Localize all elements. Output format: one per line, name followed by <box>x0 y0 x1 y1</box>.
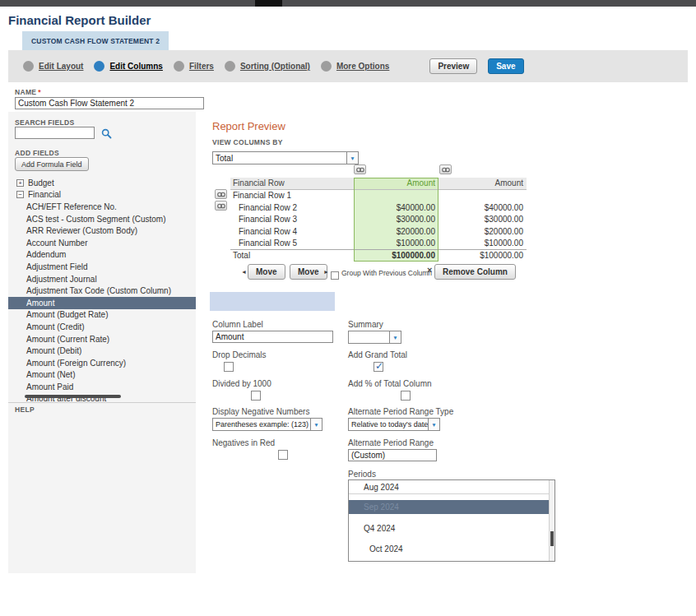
cell: $40000.00 <box>354 201 438 214</box>
divided-by-1000-checkbox[interactable] <box>251 391 261 401</box>
link-column-button[interactable] <box>354 164 366 174</box>
period-option[interactable]: Oct 2024 <box>349 542 550 556</box>
alternate-period-range-label: Alternate Period Range <box>348 438 434 447</box>
chevron-down-icon: ▼ <box>389 331 401 343</box>
tab-custom-cash-flow-statement[interactable]: CUSTOM CASH FLOW STATEMENT 2 <box>22 31 169 50</box>
divider <box>8 402 196 403</box>
collapse-icon[interactable]: − <box>16 191 24 198</box>
remove-column-button[interactable]: Remove Column <box>434 264 516 280</box>
search-fields-input[interactable] <box>15 127 95 139</box>
vertical-scrollbar[interactable] <box>549 480 554 561</box>
row-label: Financial Row 3 <box>230 214 354 226</box>
summary-select[interactable]: ▼ <box>348 331 401 344</box>
tree-group-financial[interactable]: − Financial <box>8 189 196 201</box>
horizontal-scrollbar-thumb[interactable] <box>25 395 121 398</box>
field-item[interactable]: ACS test - Custom Segment (Custom) <box>8 213 196 225</box>
column-header-financial-row[interactable]: Financial Row <box>230 178 354 190</box>
cell: $40000.00 <box>438 201 527 214</box>
selected-value: Relative to today's date <box>349 419 428 430</box>
step-label: Edit Layout <box>39 62 83 71</box>
negatives-in-red-label: Negatives in Red <box>212 438 275 447</box>
step-edit-columns[interactable]: Edit Columns <box>94 61 162 72</box>
field-item[interactable]: Addendum <box>8 249 196 262</box>
row-label: Financial Row 5 <box>230 238 354 250</box>
negatives-in-red-checkbox[interactable] <box>278 450 288 460</box>
step-filters[interactable]: Filters <box>174 61 214 72</box>
search-icon[interactable] <box>101 127 112 138</box>
column-header-amount[interactable]: Amount <box>438 178 527 190</box>
field-item[interactable]: Amount (Credit) <box>8 321 196 333</box>
remove-icon[interactable]: × <box>427 265 432 275</box>
column-header-amount-selected[interactable]: Amount <box>354 178 438 190</box>
chain-link-icon <box>217 203 225 209</box>
field-item[interactable]: Amount (Net) <box>8 369 196 382</box>
period-option[interactable]: Q4 2024 <box>349 521 550 535</box>
link-column-button[interactable] <box>439 164 452 174</box>
page-title: Financial Report Builder <box>8 13 151 27</box>
add-grand-total-checkbox[interactable] <box>374 362 383 372</box>
column-label-input[interactable] <box>212 331 333 343</box>
move-column-left-button[interactable]: Move <box>248 264 285 280</box>
field-item[interactable]: Amount (Budget Rate) <box>8 309 196 322</box>
field-item[interactable]: ACH/EFT Reference No. <box>8 201 196 213</box>
preview-button[interactable]: Preview <box>429 58 477 74</box>
save-button[interactable]: Save <box>488 58 523 74</box>
step-more-options[interactable]: More Options <box>321 61 389 72</box>
top-bar-dark-segment <box>255 0 282 7</box>
field-item[interactable]: Account Number <box>8 237 196 249</box>
field-item[interactable]: Amount Paid <box>8 381 196 393</box>
link-row-button[interactable] <box>215 189 227 199</box>
periods-listbox: Aug 2024 Sep 2024 Q4 2024 Oct 2024 <box>348 479 555 562</box>
step-edit-layout[interactable]: Edit Layout <box>23 61 83 72</box>
tree-group-label: Budget <box>28 178 54 188</box>
expand-icon[interactable]: + <box>16 179 24 187</box>
add-grand-total-label: Add Grand Total <box>348 350 407 359</box>
step-bullet-icon <box>225 61 235 72</box>
field-item[interactable]: Adjustment Tax Code (Custom Column) <box>8 285 196 297</box>
field-item[interactable]: Adjustment Journal <box>8 273 196 285</box>
add-formula-field-button[interactable]: Add Formula Field <box>15 157 89 171</box>
field-item[interactable]: Amount (Debit) <box>8 345 196 357</box>
field-item[interactable]: Amount (Current Rate) <box>8 333 196 345</box>
total-cell: $100000.00 <box>354 249 438 262</box>
row-label: Financial Row 2 <box>230 201 354 214</box>
move-right-arrow-icon: ► <box>323 269 329 275</box>
view-columns-by-select[interactable]: Total ▼ <box>212 151 359 164</box>
name-field-label: NAME* <box>15 88 41 96</box>
field-item[interactable]: ARR Reviewer (Custom Body) <box>8 225 196 237</box>
column-drag-placeholder <box>210 292 335 311</box>
report-name-input[interactable] <box>15 97 204 109</box>
period-option-selected[interactable]: Sep 2024 <box>349 500 550 514</box>
alternate-period-range-input[interactable] <box>348 449 437 461</box>
period-option[interactable]: Aug 2024 <box>349 480 550 494</box>
group-with-previous-label: Group With Previous Column <box>341 269 432 277</box>
cell: $20000.00 <box>354 225 438 238</box>
required-asterisk: * <box>38 88 41 96</box>
alternate-period-range-type-select[interactable]: Relative to today's date ▼ <box>348 418 440 431</box>
top-bar <box>0 0 696 7</box>
chevron-down-icon: ▼ <box>428 419 439 430</box>
cell: $10000.00 <box>354 238 438 250</box>
step-sorting[interactable]: Sorting (Optional) <box>225 61 310 72</box>
link-row-button[interactable] <box>215 201 227 211</box>
tree-group-budget[interactable]: + Budget <box>8 177 196 189</box>
chain-link-icon <box>356 167 364 173</box>
display-negative-numbers-select[interactable]: Parentheses example: (123) ▼ <box>212 418 322 431</box>
add-percent-of-total-label: Add % of Total Column <box>348 379 432 388</box>
chevron-down-icon: ▼ <box>310 419 322 430</box>
field-item-amount-selected[interactable]: Amount <box>8 297 196 309</box>
drop-decimals-checkbox[interactable] <box>224 362 234 372</box>
move-left-arrow-icon: ◄ <box>241 269 247 275</box>
scrollbar-thumb[interactable] <box>550 531 554 546</box>
row-label: Financial Row 4 <box>230 225 354 238</box>
chevron-down-icon: ▼ <box>346 152 358 164</box>
group-with-previous-checkbox[interactable] <box>331 271 339 280</box>
search-fields-label: SEARCH FIELDS <box>15 118 74 127</box>
total-row-label: Total <box>230 249 354 262</box>
selected-value <box>349 331 389 343</box>
field-item[interactable]: Adjustment Field <box>8 261 196 273</box>
move-column-right-button[interactable]: Move <box>290 264 327 280</box>
add-percent-of-total-checkbox[interactable] <box>401 391 411 401</box>
step-label: Sorting (Optional) <box>240 62 310 71</box>
field-item[interactable]: Amount (Foreign Currency) <box>8 357 196 369</box>
